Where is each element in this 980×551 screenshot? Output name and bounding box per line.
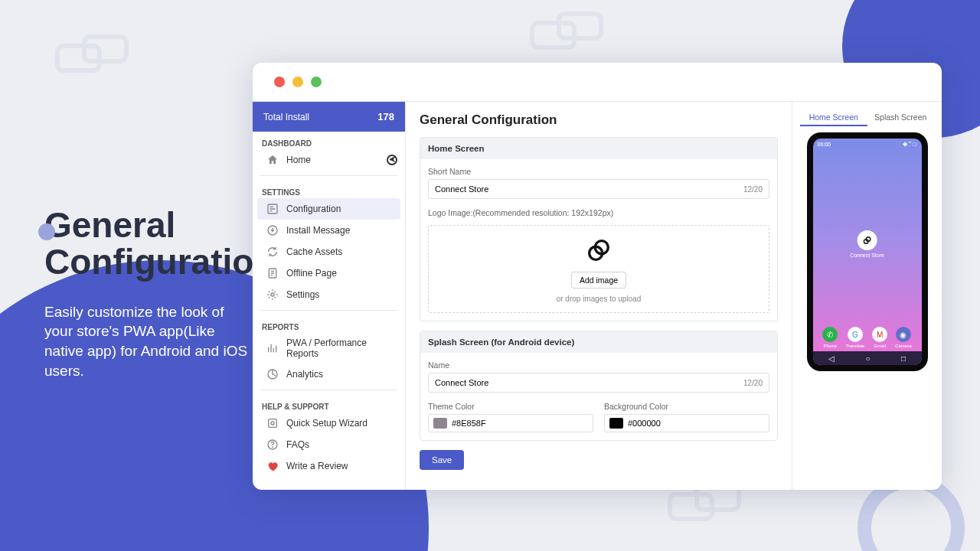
- section-help: HELP & SUPPORT: [253, 395, 405, 412]
- bg-color-label: Background Color: [604, 402, 769, 411]
- refresh-icon: [266, 246, 279, 258]
- page-title: General Configuration: [420, 112, 778, 128]
- sidebar-item-install-message[interactable]: Install Message: [257, 220, 400, 241]
- phone-status-bar: 06:00 �ିି ▢: [813, 139, 922, 151]
- svg-rect-1: [84, 37, 126, 61]
- sidebar-item-offline-page[interactable]: Offline Page: [257, 262, 400, 284]
- download-icon: [266, 224, 279, 236]
- sidebar-item-label: Write a Review: [286, 461, 348, 471]
- app-window: Total Install 178 DASHBOARD ⮜ Home SETTI…: [253, 63, 942, 490]
- sidebar-item-label: Quick Setup Wizard: [286, 418, 368, 429]
- sidebar-item-label: Install Message: [286, 225, 350, 236]
- splash-name-count: 12/20: [743, 379, 763, 387]
- svg-rect-0: [57, 46, 100, 70]
- window-min-dot[interactable]: [292, 77, 303, 87]
- bg-color-swatch: [609, 418, 623, 429]
- svg-rect-3: [559, 14, 601, 38]
- sidebar-item-label: PWA / Performance Reports: [286, 337, 391, 359]
- svg-rect-2: [532, 23, 574, 47]
- phone-nav-bar: ◁○□: [813, 351, 922, 365]
- window-titlebar: [253, 63, 942, 101]
- phone-dock: ✆Phone GTranslate MGmail ◉Camera: [813, 327, 922, 348]
- phone-app-icon: Connect Store: [850, 230, 884, 258]
- analytics-icon: [266, 368, 279, 380]
- section-settings: SETTINGS: [253, 181, 405, 198]
- sidebar-item-cache-assets[interactable]: Cache Assets: [257, 241, 400, 262]
- theme-color-label: Theme Color: [428, 402, 593, 411]
- hero-description: Easily customize the look of your store'…: [44, 302, 251, 381]
- logo-preview-icon: [583, 235, 614, 266]
- sidebar-item-label: Cache Assets: [286, 246, 342, 257]
- card-header-splash: Splash Screen (for Android device): [420, 331, 777, 353]
- bg-color-input[interactable]: [604, 414, 769, 432]
- section-dashboard: DASHBOARD: [253, 132, 405, 149]
- signal-icon: �ିି ▢: [903, 142, 917, 148]
- sidebar-item-label: Home: [286, 155, 311, 165]
- total-install-label: Total Install: [263, 112, 309, 122]
- sidebar: Total Install 178 DASHBOARD ⮜ Home SETTI…: [253, 102, 406, 490]
- sidebar-item-analytics[interactable]: Analytics: [257, 364, 400, 385]
- wizard-icon: [266, 417, 279, 429]
- total-install-banner: Total Install 178: [253, 102, 405, 132]
- preview-tab-splash[interactable]: Splash Screen: [867, 109, 935, 126]
- svg-point-9: [271, 293, 274, 296]
- card-splash-screen: Splash Screen (for Android device) Name …: [420, 331, 778, 441]
- save-button[interactable]: Save: [420, 450, 464, 470]
- sidebar-item-review[interactable]: Write a Review: [257, 455, 400, 477]
- sidebar-item-label: Settings: [286, 289, 319, 300]
- window-close-dot[interactable]: [274, 77, 285, 87]
- card-header-home: Home Screen: [420, 138, 777, 159]
- total-install-count: 178: [377, 111, 394, 122]
- home-icon: [266, 154, 279, 166]
- sidebar-item-label: Offline Page: [286, 268, 337, 279]
- sidebar-collapse-icon[interactable]: ⮜: [387, 155, 397, 165]
- short-name-count: 12/20: [743, 185, 763, 194]
- bg-link-icon: [54, 31, 130, 80]
- sidebar-item-wizard[interactable]: Quick Setup Wizard: [257, 412, 400, 434]
- preview-panel: Home Screen Splash Screen 06:00 �ିି ▢ Co…: [792, 102, 942, 490]
- add-image-button[interactable]: Add image: [571, 272, 626, 289]
- help-icon: [266, 439, 279, 451]
- splash-name-input[interactable]: [429, 373, 769, 392]
- gear-icon: [266, 289, 279, 301]
- svg-rect-4: [670, 494, 712, 519]
- sidebar-item-settings[interactable]: Settings: [257, 284, 400, 305]
- sliders-icon: [266, 203, 279, 215]
- hero-title: General Configuration: [44, 207, 251, 281]
- svg-point-14: [273, 447, 273, 448]
- drop-hint: or drop images to upload: [438, 295, 760, 303]
- theme-color-swatch: [433, 418, 447, 429]
- card-home-screen: Home Screen Short Name 12/20 Logo Image:…: [420, 137, 778, 321]
- document-icon: [266, 267, 279, 279]
- sidebar-item-faqs[interactable]: FAQs: [257, 434, 400, 455]
- chart-icon: [266, 342, 279, 354]
- sidebar-item-label: Analytics: [286, 369, 323, 380]
- theme-color-input[interactable]: [428, 414, 593, 432]
- sidebar-item-home[interactable]: Home: [257, 149, 400, 171]
- svg-rect-11: [269, 419, 277, 428]
- bg-link-icon: [528, 8, 605, 57]
- splash-name-label: Name: [428, 360, 769, 370]
- sidebar-item-label: FAQs: [286, 439, 309, 450]
- short-name-label: Short Name: [428, 167, 769, 176]
- short-name-input[interactable]: [429, 180, 769, 198]
- heart-icon: [266, 460, 279, 472]
- window-max-dot[interactable]: [311, 77, 322, 87]
- section-reports: REPORTS: [253, 315, 405, 333]
- main-content: General Configuration Home Screen Short …: [406, 102, 792, 490]
- sidebar-item-label: Configuration: [286, 204, 341, 214]
- svg-point-12: [271, 422, 274, 425]
- sidebar-item-configuration[interactable]: Configuration: [257, 198, 400, 220]
- logo-upload-box[interactable]: Add image or drop images to upload: [428, 225, 769, 313]
- preview-tab-home[interactable]: Home Screen: [800, 109, 867, 126]
- sidebar-item-perf-reports[interactable]: PWA / Performance Reports: [257, 333, 400, 364]
- phone-mockup: 06:00 �ିି ▢ Connect Store ✆Phone GTransl…: [807, 132, 928, 371]
- logo-label: Logo Image:(Recommended resolution: 192x…: [428, 208, 769, 217]
